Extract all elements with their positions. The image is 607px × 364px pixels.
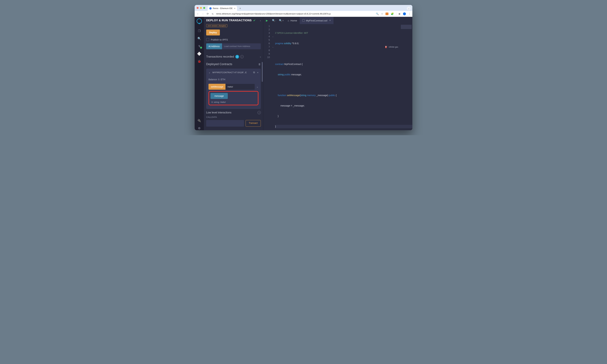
file-tab-label: MyFirstContract.sol <box>306 19 327 22</box>
tx-recorded-label: Transactions recorded <box>206 55 234 58</box>
panel-title: DEPLOY & RUN TRANSACTIONS <box>206 19 251 22</box>
browser-window: Remix - Ethereum IDE × + ⌄ ← → ⟳ ⇆ remix… <box>195 5 412 130</box>
tx-recorded-section[interactable]: Transactions recorded 2 i › <box>206 52 261 61</box>
zoom-icon[interactable]: 🔍 <box>376 13 379 15</box>
deployed-contracts-title: Deployed Contracts <box>206 63 232 66</box>
publish-ipfs-row[interactable]: Publish to IPFS <box>206 38 261 41</box>
evm-version-chip: evm version: shanghai <box>206 24 227 27</box>
chevron-down-icon[interactable]: ⌄ <box>209 71 211 74</box>
nav-back-icon[interactable]: ← <box>196 12 199 15</box>
at-address-button[interactable]: At Address <box>206 43 222 49</box>
browser-tabbar: Remix - Ethereum IDE × + ⌄ <box>195 5 412 11</box>
window-traffic-lights <box>197 5 208 11</box>
zoom-in-icon[interactable]: 🔍+ <box>278 19 285 22</box>
setmessage-row: setMessage Hello! ⌄ <box>209 84 258 90</box>
browser-addressbar: ← → ⟳ ⇆ remix.ethereum.org/#lang=en&opti… <box>195 11 412 17</box>
fold-icon[interactable]: ⌄ <box>271 35 275 38</box>
remix-app: ❐ 🔍 ↯ 🐞 🔌 ⚙ DEPLOY & RUN TRANSACTIONS ✔ … <box>195 17 412 130</box>
sidepanel-icon[interactable]: ◧ <box>399 13 401 15</box>
contract-header: ⌄ MYFIRSTCONTRACT AT 0X10F...E ⧉ × <box>209 71 258 74</box>
fold-gutter: ⌄ ⌄ <box>271 24 275 130</box>
panel-header: DEPLOY & RUN TRANSACTIONS ✔ › <box>204 17 263 24</box>
code-source[interactable]: // SPDX-License-Identifier: MIT pragma s… <box>275 24 412 130</box>
highlight-annotation: message 0: string: Hello! <box>209 91 258 105</box>
bookmark-icon[interactable]: ☆ <box>381 12 383 15</box>
publish-ipfs-checkbox[interactable] <box>206 38 209 41</box>
panel-body: evm version: shanghai Deploy Publish to … <box>204 24 263 130</box>
settings-icon[interactable]: ⚙ <box>197 126 201 130</box>
success-check-icon: ✔ <box>253 19 256 22</box>
info-icon[interactable]: i <box>240 55 244 58</box>
code-editor[interactable]: 123 456 789 10 ⌄ ⌄ // SPDX-License-Ident… <box>263 24 412 130</box>
contract-name: MYFIRSTCONTRACT AT 0X10F...E <box>212 71 251 74</box>
metamask-extension-icon[interactable] <box>385 13 388 15</box>
line-gutter: 123 456 789 10 <box>263 24 271 130</box>
low-level-title: Low level interactions <box>206 111 231 114</box>
run-script-icon[interactable]: ▶ <box>263 19 271 22</box>
calldata-input[interactable] <box>206 120 244 127</box>
icon-rail: ❐ 🔍 ↯ 🐞 🔌 ⚙ <box>195 17 204 130</box>
url-text[interactable]: remix.ethereum.org/#lang=en&optimize=fal… <box>216 13 374 15</box>
publish-ipfs-label: Publish to IPFS <box>211 38 228 41</box>
fold-icon[interactable]: ⌄ <box>271 45 275 49</box>
browser-tab-remix[interactable]: Remix - Ethereum IDE × <box>208 6 237 11</box>
scrollbar-thumb[interactable] <box>262 62 263 82</box>
tx-recorded-count: 2 <box>235 55 239 59</box>
debugger-icon[interactable]: 🐞 <box>197 59 201 63</box>
editor-toolbar: ▶ 🔍- 🔍+ ⌂ Home MyFirstContract.sol × <box>263 17 412 24</box>
remix-favicon-icon <box>209 7 212 10</box>
remix-logo-icon[interactable] <box>197 18 202 24</box>
calldata-label: CALLDATA <box>206 116 261 118</box>
message-button[interactable]: message <box>211 93 228 99</box>
setmessage-input[interactable]: Hello! <box>225 84 255 90</box>
deployed-contracts-header: Deployed Contracts 🗑 <box>206 61 261 67</box>
compile-success-badge-icon <box>200 47 202 49</box>
panel-collapse-icon[interactable]: › <box>260 19 261 22</box>
reload-icon[interactable]: ⟳ <box>206 12 209 15</box>
info-icon[interactable]: i <box>257 111 261 114</box>
search-icon[interactable]: 🔍 <box>197 37 201 40</box>
low-level-header: Low level interactions i <box>206 111 261 114</box>
transact-button[interactable]: Transact <box>246 120 261 127</box>
remove-contract-icon[interactable]: × <box>257 71 258 74</box>
deploy-button[interactable]: Deploy <box>206 29 220 36</box>
deploy-run-icon[interactable] <box>197 52 201 56</box>
at-address-input[interactable]: Load contract from Address <box>222 43 261 49</box>
balance-text: Balance: 0. ETH <box>209 78 258 81</box>
new-tab-button[interactable]: + <box>238 6 242 11</box>
collapse-tabs-button[interactable]: ⌄ <box>407 7 411 10</box>
chevron-right-icon[interactable]: › <box>260 55 261 58</box>
plugin-manager-icon[interactable]: 🔌 <box>197 119 201 123</box>
close-file-tab-icon[interactable]: × <box>329 19 331 22</box>
tab-file[interactable]: MyFirstContract.sol × <box>300 17 333 24</box>
at-address-row: At Address Load contract from Address <box>206 43 261 49</box>
tab-home[interactable]: ⌂ Home <box>285 17 300 24</box>
deployed-contract-card: ⌄ MYFIRSTCONTRACT AT 0X10F...E ⧉ × Balan… <box>206 69 261 109</box>
home-icon: ⌂ <box>288 19 289 22</box>
compiler-icon[interactable]: ↯ <box>197 44 201 48</box>
expand-params-icon[interactable]: ⌄ <box>256 85 258 88</box>
trash-icon[interactable]: 🗑 <box>258 63 261 65</box>
file-explorer-icon[interactable]: ❐ <box>197 29 201 33</box>
close-window-icon[interactable] <box>197 7 198 9</box>
solidity-file-icon <box>302 19 305 22</box>
message-return-value: 0: string: Hello! <box>211 101 256 103</box>
zoom-out-icon[interactable]: 🔍- <box>271 19 278 22</box>
close-tab-icon[interactable]: × <box>234 7 235 10</box>
maximize-window-icon[interactable] <box>203 7 205 9</box>
minimap[interactable] <box>399 24 412 91</box>
setmessage-button[interactable]: setMessage <box>209 84 225 90</box>
editor-area: ▶ 🔍- 🔍+ ⌂ Home MyFirstContract.sol × 123… <box>263 17 412 130</box>
extensions-icon[interactable]: 🧩 <box>391 12 394 15</box>
browser-tab-title: Remix - Ethereum IDE <box>213 7 233 10</box>
profile-avatar-icon[interactable] <box>403 12 406 15</box>
site-info-icon[interactable]: ⇆ <box>211 13 214 15</box>
copy-address-icon[interactable]: ⧉ <box>253 71 255 74</box>
nav-forward-icon[interactable]: → <box>201 12 204 15</box>
home-label: Home <box>290 19 297 22</box>
menu-icon[interactable]: ⋮ <box>408 12 411 15</box>
deploy-panel: DEPLOY & RUN TRANSACTIONS ✔ › evm versio… <box>204 17 263 130</box>
transact-row: Transact <box>206 120 261 127</box>
minimize-window-icon[interactable] <box>200 7 202 9</box>
gas-estimate-hint: ⛽ infinite gas <box>385 45 398 49</box>
